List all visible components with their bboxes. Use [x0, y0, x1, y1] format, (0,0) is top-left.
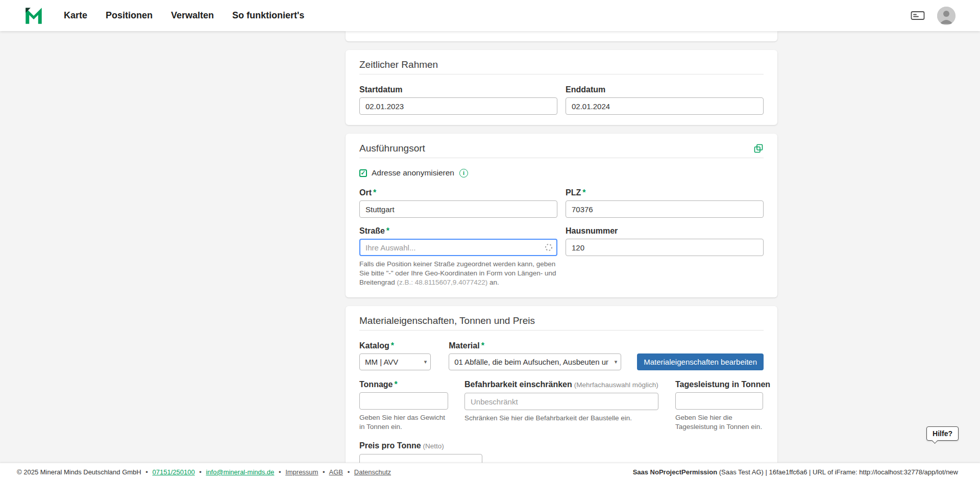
ort-input[interactable]: [359, 200, 557, 218]
footer-separator: •: [323, 468, 325, 476]
footer-phone-link[interactable]: 07151/250100: [153, 468, 195, 476]
tonnage-hint: Geben Sie hier das Gewicht in Tonnen ein…: [359, 413, 448, 432]
anonymize-address-label: Adresse anonymisieren: [372, 168, 454, 178]
required-asterisk: *: [394, 380, 397, 389]
info-icon[interactable]: i: [459, 169, 468, 178]
katalog-select[interactable]: MM | AVV ▾: [359, 353, 431, 370]
chevron-down-icon: ▾: [615, 359, 618, 365]
execution-location-card: Ausführungsort ✓ Adresse anonymisieren i…: [346, 134, 777, 297]
tonnage-input[interactable]: [359, 392, 448, 410]
footer-left: © 2025 Mineral Minds Deutschland GmbH • …: [17, 468, 391, 476]
logo-mark-icon: [23, 5, 44, 27]
person-icon: [937, 7, 955, 25]
billing-card-icon[interactable]: [911, 10, 925, 21]
befahrbarkeit-label: Befahrbarkeit einschränken(Mehrfachauswa…: [464, 379, 658, 390]
edit-material-properties-button[interactable]: Materialeigenschaften bearbeiten: [637, 353, 764, 370]
material-select[interactable]: 01 Abfälle, die beim Aufsuchen, Ausbeute…: [449, 353, 621, 370]
street-hint: Falls die Position keiner Straße zugeord…: [359, 260, 557, 287]
footer-tenant-name: Saas NoProjectPermission: [633, 468, 717, 476]
previous-card-partial: [346, 31, 777, 41]
footer-right: Saas NoProjectPermission (Saas Test AG) …: [633, 468, 958, 476]
check-icon: ✓: [360, 170, 365, 176]
card-title-ausfuehrungsort: Ausführungsort: [359, 143, 425, 154]
nav-links: Karte Positionen Verwalten So funktionie…: [64, 10, 304, 21]
nav-item-karte[interactable]: Karte: [64, 10, 87, 21]
footer-impressum-link[interactable]: Impressum: [285, 468, 318, 476]
footer-tenant-info: (Saas Test AG) | 16fae1ffc6a6 | URL of i…: [717, 468, 958, 476]
plz-input[interactable]: [566, 200, 764, 218]
material-card: Materialeigenschaften, Tonnen und Preis …: [346, 306, 777, 481]
footer-separator: •: [348, 468, 350, 476]
anonymize-address-checkbox[interactable]: ✓: [359, 169, 367, 177]
enddatum-label: Enddatum: [566, 85, 764, 94]
tagesleistung-label: Tagesleistung in Tonnen: [675, 379, 763, 389]
material-label: Material*: [449, 341, 621, 350]
footer-datenschutz-link[interactable]: Datenschutz: [354, 468, 391, 476]
plz-label: PLZ*: [566, 188, 764, 197]
befahrbarkeit-hint: Schränken Sie hier die Befahrbarkeit der…: [464, 414, 658, 423]
required-asterisk: *: [582, 188, 585, 197]
required-asterisk: *: [373, 188, 376, 197]
time-frame-card: Zeitlicher Rahmen Startdatum Enddatum: [346, 50, 777, 125]
footer-separator: •: [145, 468, 148, 476]
chevron-down-icon: ▾: [424, 359, 427, 365]
nav-item-verwalten[interactable]: Verwalten: [171, 10, 214, 21]
strasse-label: Straße*: [359, 226, 557, 236]
footer-agb-link[interactable]: AGB: [329, 468, 343, 476]
required-asterisk: *: [391, 341, 394, 350]
required-asterisk: *: [386, 226, 389, 235]
footer-separator: •: [279, 468, 281, 476]
footer-separator: •: [199, 468, 202, 476]
tagesleistung-hint: Geben Sie hier die Tagesleistung in Tonn…: [675, 413, 763, 432]
card-title-material: Materialeigenschaften, Tonnen und Preis: [359, 315, 535, 326]
navbar-right: [911, 7, 955, 25]
main-content: Zeitlicher Rahmen Startdatum Enddatum Au…: [346, 31, 777, 481]
befahrbarkeit-input[interactable]: [464, 393, 658, 410]
tagesleistung-input[interactable]: [675, 392, 763, 410]
tonnage-label: Tonnage*: [359, 379, 448, 389]
startdatum-input[interactable]: [359, 97, 557, 115]
preis-pro-tonne-label: Preis pro Tonne(Netto): [359, 441, 764, 451]
avatar[interactable]: [937, 7, 955, 25]
footer-copyright: © 2025 Mineral Minds Deutschland GmbH: [17, 468, 141, 476]
footer-email-link[interactable]: info@mineral-minds.de: [206, 468, 274, 476]
nav-item-positionen[interactable]: Positionen: [106, 10, 153, 21]
strasse-input[interactable]: [359, 239, 557, 256]
hausnummer-label: Hausnummer: [566, 226, 764, 236]
footer: © 2025 Mineral Minds Deutschland GmbH • …: [0, 463, 980, 481]
mineral-minds-logo[interactable]: [23, 5, 44, 27]
hausnummer-input[interactable]: [566, 239, 764, 256]
required-asterisk: *: [481, 341, 484, 350]
top-navbar: Karte Positionen Verwalten So funktionie…: [0, 0, 980, 31]
help-button[interactable]: Hilfe?: [926, 426, 959, 441]
enddatum-input[interactable]: [566, 97, 764, 115]
copy-icon[interactable]: [753, 143, 764, 154]
startdatum-label: Startdatum: [359, 85, 557, 94]
loading-spinner-icon: [545, 243, 553, 251]
nav-item-so-funktionierts[interactable]: So funktioniert's: [232, 10, 304, 21]
ort-label: Ort*: [359, 188, 557, 197]
card-title-zeitlicher-rahmen: Zeitlicher Rahmen: [359, 59, 438, 70]
katalog-label: Katalog*: [359, 341, 431, 350]
